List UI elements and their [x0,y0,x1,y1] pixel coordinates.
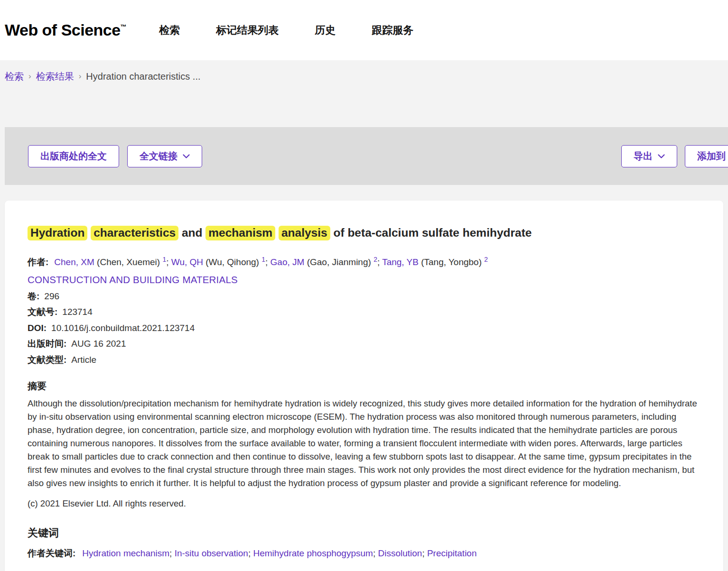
highlighted-title-term: mechanism [205,226,275,240]
breadcrumb-link-2[interactable]: 检索结果 [36,70,74,83]
breadcrumb-separator: › [79,72,82,81]
meta-row-article-number: 文献号:123714 [28,304,700,320]
keyword-separator: ; [248,548,253,558]
volume-label: 卷: [28,291,39,301]
published-date-value: AUG 16 2021 [71,339,126,349]
full-text-links-button-label: 全文链接 [140,150,177,163]
doi-label: DOI: [28,323,47,333]
meta-row-published-date: 出版时间:AUG 16 2021 [28,336,700,352]
author-affiliation-sup[interactable]: 2 [484,256,488,263]
breadcrumb-band: 检索›检索结果›Hydration characteristics ... [0,60,728,127]
author-full-name: (Chen, Xuemei) [94,257,163,267]
article-title: Hydration characteristics and mechanism … [28,224,700,241]
meta-row-doi: DOI:10.1016/j.conbuildmat.2021.123714 [28,320,700,336]
toolbar-left-group: 出版商处的全文全文链接 [28,145,202,167]
breadcrumb-separator: › [28,72,31,81]
title-text: of beta-calcium sulfate hemihydrate [330,226,532,239]
keywords-plus-label: Keywords Plus: [28,569,95,571]
full-text-at-publisher-button-label: 出版商处的全文 [40,150,107,163]
keywords-plus-link[interactable]: CITRIC-ACID [102,569,157,571]
author-link[interactable]: Gao, JM [271,257,305,267]
title-text [275,226,279,239]
copyright-line: (c) 2021 Elsevier Ltd. All rights reserv… [28,498,700,509]
author-link[interactable]: Tang, YB [382,257,419,267]
author-full-name: (Wu, Qihong) [203,257,261,267]
author-keyword-link[interactable]: In-situ observation [175,548,248,558]
add-to-button-label: 添加到 [697,150,726,163]
journal-link[interactable]: CONSTRUCTION AND BUILDING MATERIALS [28,274,238,286]
nav-item-search[interactable]: 检索 [159,23,180,37]
chevron-down-icon [183,154,190,158]
keyword-separator: ; [373,548,378,558]
highlighted-title-term: Hydration [28,226,87,240]
meta-row-volume: 卷:296 [28,288,700,304]
authors-line: 作者:Chen, XM (Chen, Xuemei) 1; Wu, QH (Wu… [28,256,700,268]
export-button[interactable]: 导出 [621,145,677,167]
article-number-label: 文献号: [28,307,57,317]
title-text: and [178,226,205,239]
document-type-label: 文献类型: [28,355,66,365]
keyword-separator: ; [169,548,175,558]
nav-item-history[interactable]: 历史 [315,23,336,37]
trademark-symbol: ™ [121,23,127,30]
app-header: Web of Science™ 检索标记结果列表历史跟踪服务 [0,0,728,60]
web-of-science-logo: Web of Science™ [5,21,126,39]
published-date-label: 出版时间: [28,339,66,349]
add-to-button[interactable]: 添加到 [685,145,728,167]
toolbar-right-group: 导出添加到 [621,145,728,167]
author-affiliation-sup[interactable]: 1 [261,256,265,263]
highlighted-title-term: characteristics [91,226,178,240]
author-keyword-link[interactable]: Dissolution [378,548,422,558]
abstract-text: Although the dissolution/precipitation m… [28,397,700,490]
author-full-name: (Tang, Yongbo) [419,257,484,267]
author-separator: ; [265,257,271,267]
author-full-name: (Gao, Jianming) [304,257,373,267]
author-keyword-link[interactable]: Hemihydrate phosphogypsum [253,548,373,558]
main-nav: 检索标记结果列表历史跟踪服务 [159,23,413,37]
breadcrumb: 检索›检索结果›Hydration characteristics ... [5,70,728,83]
keyword-separator: ; [201,569,206,571]
nav-item-alerts[interactable]: 跟踪服务 [372,23,413,37]
keywords-heading: 关键词 [28,526,700,540]
keywords-plus-link[interactable]: PHOSPHOGYPSUM [205,569,289,571]
keyword-separator: ; [157,569,162,571]
logo-text: Web of Science [5,21,121,39]
authors-label: 作者: [28,257,48,267]
chevron-down-icon [658,154,665,158]
meta-list: 卷:296文献号:123714DOI:10.1016/j.conbuildmat… [28,288,700,368]
meta-row-document-type: 文献类型:Article [28,352,700,368]
article-number-value: 123714 [62,307,92,317]
record-toolbar: 出版商处的全文全文链接 导出添加到 [5,127,728,185]
author-separator: ; [377,257,382,267]
article-record-card: Hydration characteristics and mechanism … [5,201,723,571]
keywords-plus-link[interactable]: GYPSUM [161,569,200,571]
full-text-at-publisher-button[interactable]: 出版商处的全文 [28,145,119,167]
full-text-links-button[interactable]: 全文链接 [127,145,202,167]
breadcrumb-current: Hydration characteristics ... [86,71,200,82]
highlighted-title-term: analysis [279,226,330,240]
breadcrumb-link-1[interactable]: 检索 [5,70,24,83]
author-keyword-link[interactable]: Hydration mechanism [82,548,169,558]
export-button-label: 导出 [634,150,653,163]
author-keywords-label: 作者关键词: [28,548,75,558]
nav-item-marked-list[interactable]: 标记结果列表 [216,23,279,37]
author-keyword-link[interactable]: Precipitation [427,548,477,558]
volume-value: 296 [44,291,59,301]
abstract-heading: 摘要 [28,380,700,393]
author-keywords-line: 作者关键词:Hydration mechanism; In-situ obser… [28,546,700,561]
author-separator: ; [166,257,171,267]
author-link[interactable]: Wu, QH [171,257,203,267]
keyword-separator: ; [422,548,427,558]
document-type-value: Article [71,355,96,365]
author-affiliation-sup[interactable]: 2 [373,256,377,263]
keywords-plus-line: Keywords Plus:CITRIC-ACID; GYPSUM; PHOSP… [28,567,700,571]
doi-value: 10.1016/j.conbuildmat.2021.123714 [51,323,195,333]
author-link[interactable]: Chen, XM [54,257,94,267]
